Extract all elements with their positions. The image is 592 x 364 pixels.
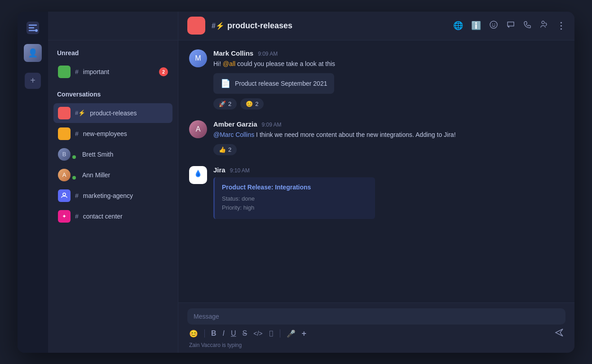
team-icon <box>58 189 71 202</box>
app-logo <box>24 19 42 37</box>
code-icon[interactable]: </> <box>253 330 262 337</box>
message-input-container[interactable]: Message <box>187 308 565 325</box>
svg-point-4 <box>495 23 495 24</box>
channel-prefix-icon: #⚡ <box>212 22 225 30</box>
italic-icon[interactable]: I <box>223 329 225 338</box>
avatar-jira <box>189 166 207 184</box>
info-icon[interactable]: ℹ️ <box>471 21 481 31</box>
message-author: Mark Collins <box>213 49 253 57</box>
add-attachment-icon[interactable]: + <box>302 329 307 338</box>
conversations-section-label: Conversations <box>53 91 172 98</box>
channel-color-icon <box>58 127 71 140</box>
svg-point-1 <box>35 29 38 32</box>
channel-name: new-employees <box>83 130 168 137</box>
channel-icon <box>58 66 71 78</box>
channel-name: important <box>83 68 155 75</box>
hash-icon: # <box>75 68 79 75</box>
avatar-mark-collins: M <box>189 49 207 67</box>
sidebar-item-contact-center[interactable]: ✦ # contact center <box>53 206 172 226</box>
microphone-icon[interactable]: 🎤 <box>287 329 296 338</box>
mention-user: @Marc Collins <box>213 131 254 138</box>
channel-name: marketing-agency <box>83 192 168 199</box>
reaction-smile[interactable]: 😊 2 <box>240 98 264 110</box>
reaction-thumbsup[interactable]: 👍 2 <box>213 144 237 155</box>
user-avatar[interactable]: 👤 <box>24 44 42 62</box>
jira-card[interactable]: Product Release: Integrations Status: do… <box>213 177 375 219</box>
document-icon: 📄 <box>221 79 230 88</box>
phone-icon[interactable] <box>523 21 531 31</box>
underline-icon[interactable]: U <box>231 329 236 338</box>
reactions: 🚀 2 😊 2 <box>213 98 564 110</box>
svg-point-3 <box>492 23 493 24</box>
channel-name: product-releases <box>90 110 168 117</box>
attachment[interactable]: 📄 Product release September 2021 <box>213 73 334 94</box>
sidebar-item-product-releases[interactable]: #⚡ product-releases <box>53 103 172 123</box>
channel-name: Ann Miller <box>82 171 168 179</box>
reaction-count: 2 <box>255 101 258 107</box>
reaction-rocket[interactable]: 🚀 2 <box>213 98 237 110</box>
message-header: Jira 9:10 AM <box>213 166 564 174</box>
sidebar-item-brett-smith[interactable]: B Brett Smith <box>53 145 172 164</box>
message-time: 9:09 AM <box>262 122 282 128</box>
reaction-count: 2 <box>228 146 231 153</box>
sidebar-item-ann-miller[interactable]: A Ann Miller <box>53 165 172 185</box>
unread-badge: 2 <box>159 67 168 76</box>
attachment-name: Product release September 2021 <box>235 80 327 87</box>
formatting-toolbar: 😊 B I U S </> ⌷ 🎤 + <box>187 327 565 340</box>
channel-avatar <box>187 17 205 35</box>
message-placeholder: Message <box>194 313 559 320</box>
message-amber-garzia: A Amber Garzia 9:09 AM @Marc Collins I t… <box>189 120 564 155</box>
hash-icon: # <box>75 213 79 220</box>
jira-card-title: Product Release: Integrations <box>222 184 368 191</box>
reaction-count: 2 <box>228 101 231 107</box>
chat-header: #⚡ product-releases 🌐 ℹ️ ⋮ <box>178 12 574 40</box>
avatar-amber-garzia: A <box>189 120 207 138</box>
user-avatar-ann: A <box>58 169 71 181</box>
strikethrough-icon[interactable]: S <box>243 329 247 338</box>
sidebar-header <box>48 12 178 40</box>
globe-icon[interactable]: 🌐 <box>453 21 463 31</box>
app-window: 👤 + Unread # important 2 Conversations #… <box>18 12 574 353</box>
emoji-icon[interactable] <box>489 20 498 31</box>
channel-prefix: #⚡ <box>75 110 85 116</box>
mention-all: @all <box>223 60 235 67</box>
hash-icon: # <box>75 130 79 137</box>
channel-name: contact center <box>83 213 168 220</box>
sidebar-item-marketing-agency[interactable]: # marketing-agency <box>53 186 172 206</box>
channel-title: #⚡ product-releases <box>212 21 292 31</box>
online-status-dot <box>72 155 76 159</box>
message-time: 9:10 AM <box>230 167 250 174</box>
members-icon[interactable] <box>539 20 548 31</box>
bold-icon[interactable]: B <box>211 329 216 338</box>
message-time: 9:09 AM <box>258 51 278 57</box>
quote-icon[interactable]: ⌷ <box>269 329 274 338</box>
header-actions: 🌐 ℹ️ ⋮ <box>453 20 565 31</box>
sidebar: Unread # important 2 Conversations #⚡ pr… <box>48 12 178 353</box>
input-area: Message 😊 B I U S </> ⌷ 🎤 + Zain Vaccaro… <box>178 303 574 353</box>
channel-color-icon <box>58 107 71 119</box>
avatar-image: 👤 <box>24 44 42 62</box>
hash-icon: # <box>75 192 79 199</box>
sidebar-item-new-employees[interactable]: # new-employees <box>53 124 172 144</box>
message-content: Mark Collins 9:09 AM Hi! @all could you … <box>213 49 564 110</box>
send-button[interactable] <box>555 328 564 339</box>
more-options-icon[interactable]: ⋮ <box>557 20 565 31</box>
sidebar-item-important[interactable]: # important 2 <box>53 62 172 82</box>
message-header: Amber Garzia 9:09 AM <box>213 120 564 128</box>
toolbar-divider <box>204 329 205 338</box>
svg-point-2 <box>490 21 497 28</box>
chat-icon[interactable] <box>506 20 515 31</box>
message-content: Amber Garzia 9:09 AM @Marc Collins I thi… <box>213 120 564 155</box>
add-workspace-button[interactable]: + <box>25 73 41 89</box>
jira-card-status: Status: done <box>222 194 368 204</box>
channel-name-text: product-releases <box>227 21 292 31</box>
online-status-dot <box>72 176 76 180</box>
typing-indicator: Zain Vaccaro is typing <box>187 341 565 349</box>
emoji-picker-icon[interactable]: 😊 <box>189 329 198 338</box>
message-content: Jira 9:10 AM Product Release: Integratio… <box>213 166 564 219</box>
main-chat-area: #⚡ product-releases 🌐 ℹ️ ⋮ <box>178 12 574 353</box>
slack-icon: ✦ <box>58 210 71 223</box>
icon-rail: 👤 + <box>18 12 48 353</box>
message-mark-collins: M Mark Collins 9:09 AM Hi! @all could yo… <box>189 49 564 110</box>
message-text: @Marc Collins I think we need more conte… <box>213 130 564 140</box>
